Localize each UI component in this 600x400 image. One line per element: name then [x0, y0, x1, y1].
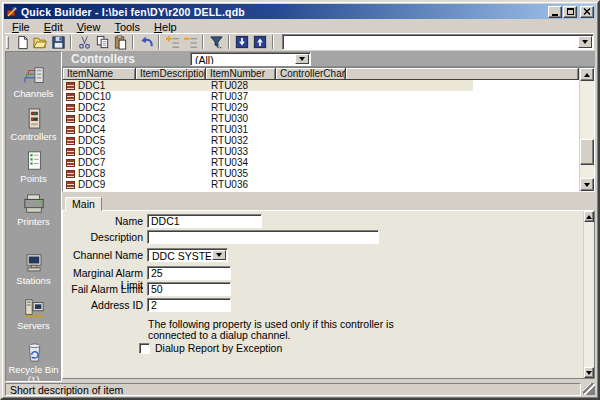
form-scrollbar[interactable] — [583, 211, 594, 378]
scroll-down-button[interactable] — [584, 367, 594, 378]
add-item-button[interactable] — [163, 34, 181, 50]
controller-channel-cell — [276, 80, 579, 91]
table-row[interactable]: DDC3RTU030 — [63, 113, 579, 124]
fail-alarm-limit-input[interactable] — [147, 282, 231, 296]
scroll-up-button[interactable] — [584, 211, 594, 222]
channel-name-label: Channel Name — [63, 249, 143, 261]
table-row[interactable]: DDC5RTU032 — [63, 135, 579, 146]
item-name: DDC10 — [78, 91, 111, 102]
item-number-cell: RTU035 — [206, 168, 276, 179]
sidebar-item-controllers[interactable]: Controllers — [6, 107, 61, 142]
controller-icon — [66, 148, 75, 156]
table-row[interactable]: DDC7RTU034 — [63, 157, 579, 168]
table-scrollbar[interactable] — [579, 68, 594, 191]
table-row[interactable]: DDC2RTU029 — [63, 102, 579, 113]
marginal-alarm-limit-input[interactable] — [147, 266, 231, 280]
controllers-icon — [20, 107, 48, 130]
scroll-down-button[interactable] — [580, 178, 594, 191]
channel-name-combobox[interactable]: DDC SYSTEM — [147, 248, 228, 262]
item-description-cell — [136, 124, 206, 135]
item-number-cell: RTU028 — [206, 80, 276, 91]
minimize-button[interactable] — [548, 6, 562, 18]
new-button[interactable] — [13, 34, 31, 50]
dialup-report-checkbox[interactable] — [139, 343, 150, 354]
minimize-icon — [552, 14, 558, 16]
sidebar-item-recycle-bin[interactable]: Recycle Bin (1) — [6, 340, 61, 385]
item-number-cell: RTU033 — [206, 146, 276, 157]
sidebar-item-printers[interactable]: Printers — [6, 193, 61, 227]
download-button[interactable] — [233, 34, 251, 50]
tab-main[interactable]: Main — [65, 197, 102, 211]
item-name: DDC5 — [78, 135, 105, 146]
client-area: Channels Controllers Points — [5, 51, 595, 382]
cut-button[interactable] — [75, 34, 93, 50]
chevron-down-icon — [299, 57, 305, 61]
item-name: DDC7 — [78, 157, 105, 168]
upload-button[interactable] — [251, 34, 269, 50]
column-header-itemname[interactable]: ItemName — [63, 68, 136, 80]
controllers-table: ItemName ItemDescription ItemNumber Cont… — [62, 67, 595, 192]
close-button[interactable] — [580, 6, 594, 18]
scroll-thumb[interactable] — [580, 139, 594, 165]
arrow-up-icon — [586, 215, 592, 219]
channel-name-value: DDC SYSTEM — [152, 250, 211, 260]
sidebar-item-channels[interactable]: Channels — [6, 65, 61, 99]
arrow-up-icon — [584, 73, 590, 77]
item-number-cell: RTU037 — [206, 91, 276, 102]
statusbar: Short description of item — [5, 382, 595, 396]
item-name-cell: DDC1 — [63, 80, 136, 91]
upload-icon — [253, 35, 267, 49]
copy-button[interactable] — [93, 34, 111, 50]
controller-channel-cell — [276, 168, 579, 179]
controller-channel-cell — [276, 146, 579, 157]
scope-filter-combobox[interactable]: (All) — [190, 52, 311, 66]
sidebar-item-label: Servers — [6, 320, 61, 331]
titlebar: Quick Builder - I:\bei fen\DY\r200 DELL.… — [4, 4, 596, 19]
toolbar-combobox-value — [287, 36, 577, 48]
table-row[interactable]: DDC1RTU028 — [63, 80, 579, 91]
toolbar-separator — [132, 35, 134, 49]
channel-name-arrow[interactable] — [212, 250, 226, 260]
table-row[interactable]: DDC10RTU037 — [63, 91, 579, 102]
item-description-cell — [136, 157, 206, 168]
save-button[interactable] — [49, 34, 67, 50]
column-header-controllerchannel[interactable]: ControllerChann... — [276, 68, 346, 80]
filter-icon — [209, 35, 224, 50]
open-folder-icon — [32, 35, 48, 50]
toolbar-grip[interactable] — [6, 36, 9, 49]
undo-button[interactable] — [137, 34, 155, 50]
table-row[interactable]: DDC9RTU036 — [63, 179, 579, 190]
table-row[interactable]: DDC8RTU035 — [63, 168, 579, 179]
column-header-itemnumber[interactable]: ItemNumber — [206, 68, 276, 80]
description-input[interactable] — [147, 230, 379, 244]
sidebar-item-servers[interactable]: Servers — [6, 297, 61, 331]
resize-grip[interactable] — [583, 383, 595, 395]
address-id-label: Address ID — [63, 299, 143, 311]
chevron-down-icon — [216, 253, 222, 257]
column-header-itemdescription[interactable]: ItemDescription — [136, 68, 206, 80]
sidebar-item-label: Channels — [6, 88, 61, 99]
chevron-down-icon — [582, 40, 588, 44]
filter-button[interactable] — [207, 34, 225, 50]
table-row[interactable]: DDC4RTU031 — [63, 124, 579, 135]
toolbar-combobox-arrow[interactable] — [578, 36, 592, 48]
name-input[interactable] — [147, 214, 262, 228]
sidebar-item-points[interactable]: Points — [6, 150, 61, 184]
toolbar-combobox[interactable] — [282, 34, 594, 50]
table-row[interactable]: DDC6RTU033 — [63, 146, 579, 157]
scroll-up-button[interactable] — [580, 68, 594, 81]
recycle-bin-icon — [20, 340, 48, 363]
item-name: DDC3 — [78, 113, 105, 124]
controller-icon — [66, 93, 75, 101]
paste-button[interactable] — [111, 34, 129, 50]
item-description-cell — [136, 168, 206, 179]
address-id-input[interactable] — [147, 298, 231, 312]
remove-item-button[interactable] — [181, 34, 199, 50]
open-button[interactable] — [31, 34, 49, 50]
item-description-cell — [136, 113, 206, 124]
item-number-cell: RTU034 — [206, 157, 276, 168]
scope-filter-arrow[interactable] — [295, 54, 309, 64]
tab-main-label: Main — [72, 198, 95, 210]
sidebar-item-stations[interactable]: Stations — [6, 253, 61, 286]
maximize-button[interactable] — [563, 6, 577, 18]
